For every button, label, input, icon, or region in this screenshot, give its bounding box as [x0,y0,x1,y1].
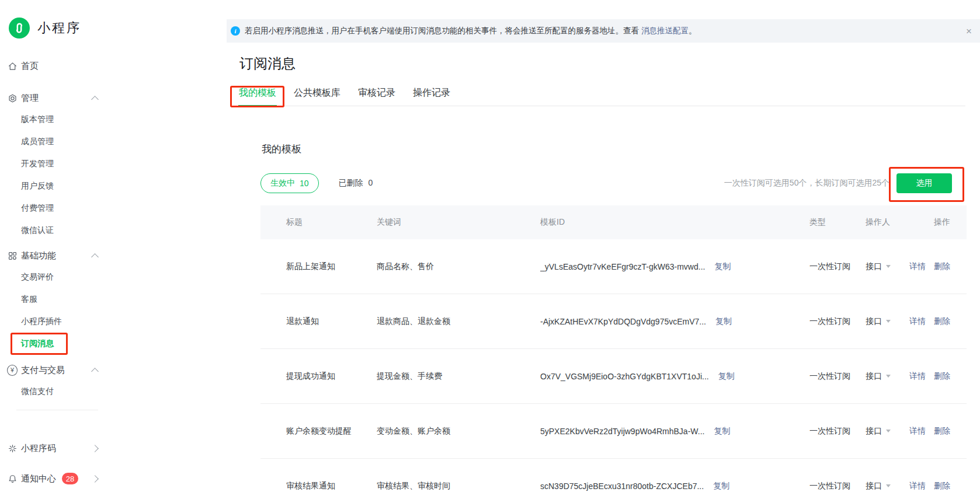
table-row: 退款通知 退款商品、退款金额 -AjxKZAtHEvX7KpYdDQDgVdg9… [260,294,967,349]
tab-my-templates[interactable]: 我的模板 [238,87,277,107]
tab-review-records[interactable]: 审核记录 [357,87,396,106]
sidebar-item-basic-functions[interactable]: 基础功能 [0,245,123,266]
cell-type: 一次性订阅 [809,371,866,382]
cell-type: 一次性订阅 [809,481,866,491]
filter-deleted[interactable]: 已删除 0 [339,178,373,189]
main-area: i 若启用小程序消息推送，用户在手机客户端使用订阅消息功能的相关事件，将会推送至… [227,0,980,499]
table-row: 审核结果通知 审核结果、审核时间 scN39D75cJjeBEcxu31nr80… [260,459,967,499]
operator-dropdown[interactable]: 接口 [866,481,909,491]
filter-active-label: 生效中 [270,178,295,189]
caret-down-icon [886,484,891,487]
sidebar-item-miniprogram-code[interactable]: 小程序码 [0,438,123,459]
sidebar-item-label: 首页 [21,61,39,72]
banner-push-config-link[interactable]: 消息推送配置 [641,26,689,36]
sidebar-item-trade-review[interactable]: 交易评价 [0,266,123,288]
sidebar-item-subscribe-message[interactable]: 订阅消息 [0,333,123,355]
sidebar-item-customer-service[interactable]: 客服 [0,288,123,310]
filter-deleted-count: 0 [369,178,373,189]
filter-deleted-label: 已删除 [339,178,363,189]
detail-link[interactable]: 详情 [909,426,926,437]
caret-down-icon [886,320,891,323]
delete-link[interactable]: 删除 [934,261,950,272]
cell-keywords: 审核结果、审核时间 [377,481,540,491]
operator-dropdown[interactable]: 接口 [866,426,909,437]
cell-operator: 接口 [866,261,882,272]
sidebar-item-wechat-pay[interactable]: 微信支付 [0,381,123,403]
cell-keywords: 退款商品、退款金额 [377,316,540,327]
sidebar-item-manage[interactable]: 管理 [0,88,123,109]
sidebar-item-wechat-verify[interactable]: 微信认证 [0,219,123,242]
miniprogram-logo-icon [9,18,30,39]
cell-title: 提现成功通知 [260,371,377,382]
sidebar-item-notification-center[interactable]: 通知中心 28 [0,468,123,489]
cell-template-id: -AjxKZAtHEvX7KpYdDQDgVdg975vcEmV7... [540,317,706,326]
sidebar-item-label: 成员管理 [21,137,54,147]
column-header-operator: 操作人 [866,217,909,228]
detail-link[interactable]: 详情 [909,371,926,382]
cell-title: 新品上架通知 [260,261,377,272]
page-title: 订阅消息 [239,54,980,73]
copy-link[interactable]: 复制 [713,481,729,491]
tab-operation-records[interactable]: 操作记录 [412,87,451,106]
modules-icon [7,250,18,261]
caret-down-icon [886,430,891,432]
toolbar-right: 一次性订阅可选用50个，长期订阅可选用25个 选用 [724,173,967,193]
sidebar-item-label: 开发管理 [21,159,54,169]
sidebar-item-pay-and-trade[interactable]: ¥ 支付与交易 [0,360,123,381]
detail-link[interactable]: 详情 [909,316,926,327]
copy-link[interactable]: 复制 [714,426,730,437]
chevron-up-icon[interactable] [91,253,99,261]
column-header-actions: 操作 [909,217,967,228]
sidebar-item-feedback[interactable]: 用户反馈 [0,175,123,197]
chevron-right-icon[interactable] [91,445,99,452]
tab-public-template-library[interactable]: 公共模板库 [293,87,341,106]
caret-down-icon [886,265,891,268]
sidebar-item-version[interactable]: 版本管理 [0,109,123,131]
chevron-up-icon[interactable] [91,96,99,103]
cell-template-id: 5yPXE2KbvVeRz2dTyijw9pWo4RmhBJa-W... [540,427,704,436]
close-icon[interactable]: × [966,26,972,36]
copy-link[interactable]: 复制 [715,316,732,327]
tab-label: 我的模板 [239,88,276,97]
sidebar-item-members[interactable]: 成员管理 [0,131,123,153]
sidebar-item-home[interactable]: 首页 [0,55,123,76]
cell-keywords: 商品名称、售价 [377,261,540,272]
operator-dropdown[interactable]: 接口 [866,371,909,382]
sidebar-item-payment-manage[interactable]: 付费管理 [0,197,123,219]
bell-icon [7,473,18,484]
sidebar-item-label: 小程序插件 [21,316,62,327]
cell-keywords: 提现金额、手续费 [377,371,540,382]
detail-link[interactable]: 详情 [909,481,926,491]
cell-title: 退款通知 [260,316,377,327]
sidebar-item-label: 通知中心 [21,473,56,484]
app-logo-row: 小程序 [0,0,227,39]
panel-heading: 我的模板 [262,142,967,156]
filter-active-count: 10 [300,179,309,188]
chevron-right-icon[interactable] [91,475,99,483]
sidebar-item-label: 微信支付 [21,386,54,397]
delete-link[interactable]: 删除 [934,426,950,437]
sidebar-item-label: 付费管理 [21,203,54,214]
copy-link[interactable]: 复制 [718,371,735,382]
yen-circle-icon: ¥ [7,365,18,375]
delete-link[interactable]: 删除 [934,481,950,491]
chevron-up-icon[interactable] [91,368,99,375]
copy-link[interactable]: 复制 [714,261,731,272]
select-button[interactable]: 选用 [896,173,952,193]
cell-operator: 接口 [866,316,882,327]
table-row: 提现成功通知 提现金额、手续费 Ox7V_VGSMj9EioO-3zhGYdgK… [260,349,967,404]
delete-link[interactable]: 删除 [934,371,950,382]
filter-active-pill[interactable]: 生效中 10 [260,173,319,193]
tab-label: 审核记录 [358,88,395,97]
cell-template-id: Ox7V_VGSMj9EioO-3zhGYdgKBT1XVT1oJi... [540,372,709,381]
operator-dropdown[interactable]: 接口 [866,316,909,327]
sidebar: 小程序 首页 管理 版本管理 成员管理 开发管理 用户反馈 付费管理 微信认证 … [0,0,227,499]
delete-link[interactable]: 删除 [934,316,950,327]
sidebar-item-plugins[interactable]: 小程序插件 [0,310,123,333]
detail-link[interactable]: 详情 [909,261,926,272]
table-row: 账户余额变动提醒 变动金额、账户余额 5yPXE2KbvVeRz2dTyijw9… [260,404,967,459]
sparkle-icon [7,443,18,453]
nut-icon [7,93,18,103]
operator-dropdown[interactable]: 接口 [866,261,909,272]
sidebar-item-develop[interactable]: 开发管理 [0,153,123,175]
